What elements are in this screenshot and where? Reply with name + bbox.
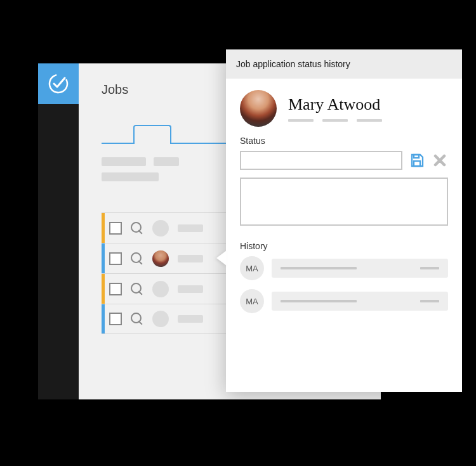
applicant-name: Mary Atwood — [288, 95, 382, 114]
page-title: Jobs — [102, 82, 128, 97]
row-checkbox[interactable] — [109, 222, 122, 235]
svg-rect-2 — [414, 161, 420, 166]
tab-active[interactable] — [133, 125, 171, 143]
history-entry: MA — [240, 289, 448, 313]
svg-rect-1 — [414, 155, 419, 158]
history-initials-badge: MA — [240, 256, 264, 280]
status-marker — [102, 274, 105, 304]
magnifier-icon[interactable] — [131, 283, 143, 295]
magnifier-icon[interactable] — [131, 252, 143, 265]
row-checkbox[interactable] — [109, 283, 122, 295]
history-label: History — [240, 241, 448, 251]
status-input[interactable] — [240, 151, 402, 170]
callout-pointer — [216, 250, 227, 266]
row-avatar — [152, 311, 169, 327]
history-initials-badge: MA — [240, 289, 264, 313]
history-content[interactable] — [272, 259, 448, 278]
placeholder-row — [102, 157, 179, 166]
row-avatar — [152, 281, 169, 297]
svg-point-0 — [46, 72, 70, 96]
status-label: Status — [240, 136, 448, 146]
magnifier-icon[interactable] — [131, 313, 143, 325]
status-notes-textarea[interactable] — [240, 178, 448, 226]
history-content[interactable] — [272, 292, 448, 311]
row-avatar — [152, 220, 169, 236]
sidebar — [38, 63, 79, 399]
applicant-meta — [288, 119, 382, 122]
status-history-panel: Job application status history Mary Atwo… — [226, 49, 462, 392]
row-checkbox[interactable] — [109, 252, 122, 265]
history-entry: MA — [240, 256, 448, 280]
magnifier-icon[interactable] — [131, 222, 143, 235]
row-avatar — [152, 250, 169, 267]
applicant-avatar[interactable] — [240, 90, 277, 127]
save-icon — [409, 153, 425, 168]
close-icon — [432, 153, 447, 168]
save-button[interactable] — [409, 152, 425, 169]
panel-header: Job application status history — [226, 49, 462, 79]
app-logo-tile[interactable] — [38, 63, 79, 104]
status-marker — [102, 243, 105, 273]
applicant-profile: Mary Atwood — [240, 90, 448, 127]
status-marker — [102, 213, 105, 243]
row-checkbox[interactable] — [109, 313, 122, 325]
placeholder-row — [102, 172, 159, 181]
status-marker — [102, 304, 105, 333]
cancel-button[interactable] — [432, 152, 448, 169]
checkmark-logo-icon — [46, 71, 71, 96]
